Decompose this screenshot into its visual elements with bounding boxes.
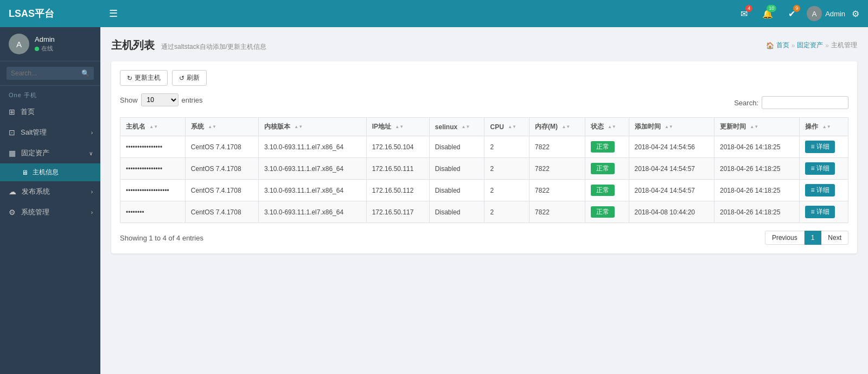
refresh-icon: ↻	[127, 74, 132, 82]
sidebar-item-sysadmin[interactable]: ⚙ 系统管理 ›	[0, 202, 100, 223]
chevron-right-icon: ›	[91, 210, 93, 215]
cell-addtime: 2018-04-24 14:54:57	[629, 180, 714, 201]
cell-memory: 7822	[529, 136, 585, 158]
col-system: 系统 ▲▼	[185, 118, 258, 136]
sidebar-section-label: One 手机	[0, 86, 100, 102]
update-hosts-button[interactable]: ↻ 更新主机	[120, 70, 168, 86]
show-entries: Show 10 25 50 100 entries	[120, 93, 203, 106]
breadcrumb: 🏠 首页 » 固定资产 » 主机管理	[766, 41, 857, 50]
cell-action[interactable]: ≡ 详细	[800, 158, 848, 180]
cell-selinux: Disabled	[429, 136, 484, 158]
sort-icon[interactable]: ▲▼	[561, 125, 570, 129]
menu-toggle-button[interactable]: ☰	[109, 8, 118, 20]
table-search-input[interactable]	[762, 96, 848, 109]
col-kernel: 内核版本 ▲▼	[259, 118, 367, 136]
cell-updatetime: 2018-04-26 14:18:25	[714, 136, 799, 158]
cell-action[interactable]: ≡ 详细	[800, 136, 848, 158]
breadcrumb-assets[interactable]: 固定资产	[797, 41, 823, 50]
detail-button[interactable]: ≡ 详细	[805, 141, 834, 153]
user-status: 在线	[35, 45, 55, 53]
mail-button[interactable]: ✉ 4	[735, 5, 752, 22]
table-controls: Show 10 25 50 100 entries Search:	[120, 93, 848, 112]
detail-button[interactable]: ≡ 详细	[805, 206, 834, 218]
page-1-button[interactable]: 1	[805, 231, 822, 245]
col-updatetime: 更新时间 ▲▼	[714, 118, 799, 136]
sort-icon[interactable]: ▲▼	[508, 125, 516, 129]
col-selinux: selinux ▲▼	[429, 118, 484, 136]
notification-badge: 10	[767, 5, 776, 12]
entries-select[interactable]: 10 25 50 100	[141, 93, 178, 106]
sort-icon[interactable]: ▲▼	[462, 125, 470, 129]
breadcrumb-home[interactable]: 首页	[776, 41, 789, 50]
detail-button[interactable]: ≡ 详细	[805, 162, 834, 175]
cell-hostname: •••••••••••••••••••	[120, 180, 186, 201]
next-page-button[interactable]: Next	[821, 231, 848, 245]
col-cpu: CPU ▲▼	[484, 118, 529, 136]
tasks-button[interactable]: ✔ 9	[783, 5, 800, 22]
cell-hostname: ••••••••••••••••	[120, 158, 186, 180]
sort-icon[interactable]: ▲▼	[395, 125, 404, 129]
col-ip: IP地址 ▲▼	[366, 118, 429, 136]
data-table: 主机名 ▲▼ 系统 ▲▼ 内核版本 ▲▼ IP地址 ▲▼ selinux ▲▼ …	[120, 117, 848, 223]
home-icon: ⊞	[9, 107, 15, 116]
cell-memory: 7822	[529, 180, 585, 201]
col-action: 操作 ▲▼	[800, 118, 848, 136]
cell-cpu: 2	[484, 136, 529, 158]
sort-icon[interactable]: ▲▼	[149, 125, 158, 129]
cell-kernel: 3.10.0-693.11.1.el7.x86_64	[259, 136, 367, 158]
refresh-button[interactable]: ↺ 刷新	[172, 70, 207, 86]
search-input[interactable]	[7, 67, 94, 80]
search-icon: 🔍	[81, 69, 90, 77]
sidebar-logo: LSAS平台	[0, 0, 100, 27]
chevron-down-icon: ∨	[89, 150, 93, 156]
detail-button[interactable]: ≡ 详细	[805, 184, 834, 196]
col-status: 状态 ▲▼	[585, 118, 629, 136]
cell-ip: 172.16.50.111	[366, 158, 429, 180]
settings-button[interactable]: ⚙	[852, 9, 859, 19]
update-hosts-label: 更新主机	[135, 73, 161, 83]
table-row: •••••••••••••••••••CentOS 7.4.17083.10.0…	[120, 180, 848, 201]
search-label: Search:	[734, 99, 758, 107]
cell-memory: 7822	[529, 158, 585, 180]
cell-selinux: Disabled	[429, 180, 484, 201]
sidebar-item-home[interactable]: ⊞ 首页	[0, 102, 100, 122]
admin-info[interactable]: A Admin	[807, 6, 845, 21]
sort-icon[interactable]: ▲▼	[750, 125, 758, 129]
breadcrumb-current: 主机管理	[831, 41, 857, 50]
pagination-controls: Previous 1 Next	[765, 231, 848, 245]
cell-cpu: 2	[484, 158, 529, 180]
chevron-right-icon: ›	[91, 130, 93, 136]
col-hostname: 主机名 ▲▼	[120, 118, 186, 136]
sort-icon[interactable]: ▲▼	[208, 125, 216, 129]
cell-system: CentOS 7.4.1708	[185, 158, 258, 180]
cell-system: CentOS 7.4.1708	[185, 180, 258, 201]
content-area: 主机列表 通过saltstack自动添加/更新主机信息 🏠 首页 » 固定资产 …	[100, 27, 868, 374]
assets-icon: ▦	[9, 149, 16, 157]
cell-cpu: 2	[484, 180, 529, 201]
cell-action[interactable]: ≡ 详细	[800, 201, 848, 223]
table-toolbar: ↻ 更新主机 ↺ 刷新	[120, 70, 848, 86]
table-card: ↻ 更新主机 ↺ 刷新 Show 10 25 50 100	[111, 61, 857, 253]
entries-label: entries	[182, 96, 203, 104]
cell-action[interactable]: ≡ 详细	[800, 180, 848, 201]
sidebar-item-label: 首页	[21, 107, 35, 117]
notification-button[interactable]: 🔔 10	[759, 5, 776, 22]
sidebar: LSAS平台 A Admin 在线 🔍 One 手机 ⊞ 首页 ⊡ Salt管理…	[0, 0, 100, 374]
cell-ip: 172.16.50.112	[366, 180, 429, 201]
sidebar-item-host-info[interactable]: 🖥 主机信息	[0, 163, 100, 181]
show-label: Show	[120, 96, 138, 104]
sidebar-item-label: Salt管理	[21, 128, 47, 137]
cell-hostname: ••••••••••••••••	[120, 136, 186, 158]
sidebar-item-deploy[interactable]: ☁ 发布系统 ›	[0, 181, 100, 202]
sort-icon[interactable]: ▲▼	[822, 125, 831, 129]
cell-status: 正常	[585, 201, 629, 223]
sort-icon[interactable]: ▲▼	[608, 125, 616, 129]
previous-page-button[interactable]: Previous	[765, 231, 805, 245]
page-subtitle: 通过saltstack自动添加/更新主机信息	[161, 42, 266, 52]
sort-icon[interactable]: ▲▼	[665, 125, 673, 129]
sidebar-item-salt[interactable]: ⊡ Salt管理 ›	[0, 122, 100, 143]
sidebar-subitem-label: 主机信息	[33, 168, 59, 177]
sidebar-item-assets[interactable]: ▦ 固定资产 ∨	[0, 143, 100, 163]
sort-icon[interactable]: ▲▼	[294, 125, 303, 129]
sync-icon: ↺	[179, 74, 184, 82]
